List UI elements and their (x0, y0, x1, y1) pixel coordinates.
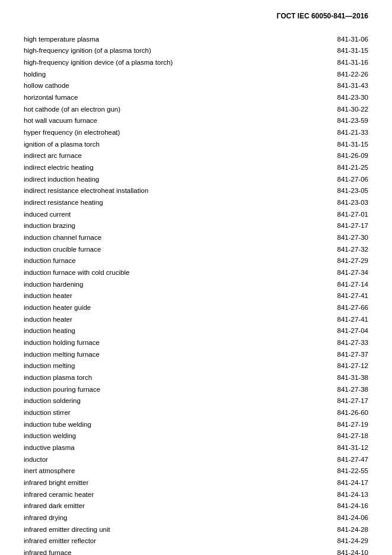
table-row: ignition of a plasma torch841-31-15 (24, 138, 368, 150)
entry-code: 841-27-41 (321, 291, 368, 301)
entry-term: holding (24, 69, 321, 80)
entry-code: 841-27-17 (321, 396, 368, 406)
entry-term: hyper frequency (in electroheat) (24, 128, 321, 138)
table-row: induction furnace with cold crucible841-… (24, 267, 368, 278)
table-row: induction melting furnace841-27-37 (24, 348, 368, 360)
entry-code: 841-27-17 (321, 221, 368, 231)
table-row: induced current841-27-01 (24, 208, 368, 220)
entry-code: 841-24-06 (321, 513, 368, 523)
entry-code: 841-31-15 (321, 46, 368, 56)
entry-term: induction channel furnace (24, 233, 321, 243)
table-row: hot wall vacuum furnace841-23-59 (24, 115, 368, 127)
entry-code: 841-27-14 (321, 280, 368, 290)
entry-term: indirect resistance heating (24, 198, 321, 208)
table-row: induction hardening841-27-14 (24, 278, 368, 290)
entry-term: indirect induction heating (24, 175, 321, 185)
entry-term: induction stirrer (24, 408, 321, 418)
table-row: inert atmosphere841-22-55 (24, 465, 368, 477)
entry-code: 841-27-47 (321, 455, 368, 465)
entry-code: 841-24-10 (321, 548, 368, 555)
table-row: infrared furnace841-24-10 (24, 547, 368, 555)
entry-term: infrared ceramic heater (24, 490, 321, 500)
entry-term: high-frequency ignition device (of a pla… (24, 58, 321, 68)
entry-term: infrared emitter directing unit (24, 525, 321, 535)
entry-term: induction furnace (24, 256, 321, 266)
entry-term: induction brazing (24, 221, 321, 231)
entry-code: 841-23-59 (321, 116, 368, 126)
entry-code: 841-31-12 (321, 443, 368, 453)
entry-term: infrared dark emitter (24, 501, 321, 511)
entry-code: 841-31-16 (321, 58, 368, 68)
entry-code: 841-27-30 (321, 233, 368, 243)
entry-code: 841-27-01 (321, 210, 368, 220)
entry-term: indirect electric heating (24, 163, 321, 173)
table-row: infrared bright emitter841-24-17 (24, 477, 368, 489)
page-header: ГОСТ IEC 60050-841—2016 (24, 12, 368, 23)
table-row: hollow cathode841-31-43 (24, 80, 368, 92)
entry-term: indirect arc furnace (24, 151, 321, 161)
table-row: indirect arc furnace841-26-09 (24, 150, 368, 162)
entries-list: high temperature plasma841-31-06high-fre… (24, 33, 368, 555)
page: ГОСТ IEC 60050-841—2016 high temperature… (0, 0, 392, 555)
entry-code: 841-23-30 (321, 93, 368, 103)
entry-code: 841-23-03 (321, 198, 368, 208)
entry-code: 841-26-60 (321, 408, 368, 418)
entry-code: 841-31-15 (321, 139, 368, 150)
entry-term: induction hardening (24, 280, 321, 290)
table-row: hyper frequency (in electroheat)841-21-3… (24, 126, 368, 138)
entry-code: 841-27-12 (321, 361, 368, 371)
entry-term: induction furnace with cold crucible (24, 268, 321, 278)
entry-term: induction welding (24, 431, 321, 441)
entry-term: infrared drying (24, 513, 321, 523)
table-row: infrared emitter directing unit841-24-28 (24, 524, 368, 535)
table-row: high-frequency ignition (of a plasma tor… (24, 45, 368, 57)
entry-term: induction pouring furnace (24, 385, 321, 395)
entry-code: 841-24-28 (321, 525, 368, 535)
table-row: infrared emitter reflector841-24-29 (24, 535, 368, 547)
table-row: indirect electric heating841-21-25 (24, 161, 368, 173)
table-row: indirect resistance electroheat installa… (24, 185, 368, 197)
table-row: induction heater841-27-41 (24, 313, 368, 325)
table-row: induction pouring furnace841-27-38 (24, 383, 368, 395)
entry-term: induction holding furnace (24, 338, 321, 348)
table-row: horizontal furnace841-23-30 (24, 91, 368, 103)
entry-term: infrared bright emitter (24, 478, 321, 488)
table-row: inductive plasma841-31-12 (24, 442, 368, 454)
entry-code: 841-27-38 (321, 385, 368, 395)
table-row: induction stirrer841-26-60 (24, 407, 368, 419)
table-row: indirect induction heating841-27-06 (24, 173, 368, 185)
table-row: induction channel furnace841-27-30 (24, 231, 368, 243)
entry-code: 841-27-19 (321, 420, 368, 430)
table-row: hot cathode (of an electron gun)841-30-2… (24, 103, 368, 115)
entry-code: 841-31-06 (321, 34, 368, 45)
entry-term: infrared emitter reflector (24, 536, 321, 546)
table-row: induction melting841-27-12 (24, 360, 368, 372)
table-row: induction tube welding841-27-19 (24, 418, 368, 430)
entry-term: hollow cathode (24, 81, 321, 91)
entry-code: 841-27-06 (321, 175, 368, 185)
entry-code: 841-22-26 (321, 69, 368, 80)
entry-code: 841-22-55 (321, 466, 368, 476)
entry-code: 841-21-25 (321, 163, 368, 173)
table-row: induction heater guide841-27-66 (24, 302, 368, 313)
entry-code: 841-27-34 (321, 268, 368, 278)
entry-term: inductor (24, 455, 321, 465)
entry-code: 841-31-38 (321, 373, 368, 383)
entry-code: 841-27-66 (321, 303, 368, 313)
entry-code: 841-27-18 (321, 431, 368, 441)
entry-code: 841-27-37 (321, 350, 368, 360)
entry-code: 841-24-17 (321, 478, 368, 488)
entry-term: infrared furnace (24, 548, 321, 555)
table-row: high-frequency ignition device (of a pla… (24, 56, 368, 68)
table-row: induction holding furnace841-27-33 (24, 337, 368, 348)
entry-term: high temperature plasma (24, 34, 321, 45)
table-row: infrared ceramic heater841-24-13 (24, 489, 368, 500)
table-row: induction crucible furnace841-27-32 (24, 243, 368, 255)
entry-code: 841-21-33 (321, 128, 368, 138)
table-row: inductor841-27-47 (24, 453, 368, 465)
entry-term: induction heater (24, 291, 321, 301)
entry-term: induction heater guide (24, 303, 321, 313)
entry-code: 841-24-16 (321, 501, 368, 511)
entry-term: inert atmosphere (24, 466, 321, 476)
table-row: holding841-22-26 (24, 68, 368, 80)
